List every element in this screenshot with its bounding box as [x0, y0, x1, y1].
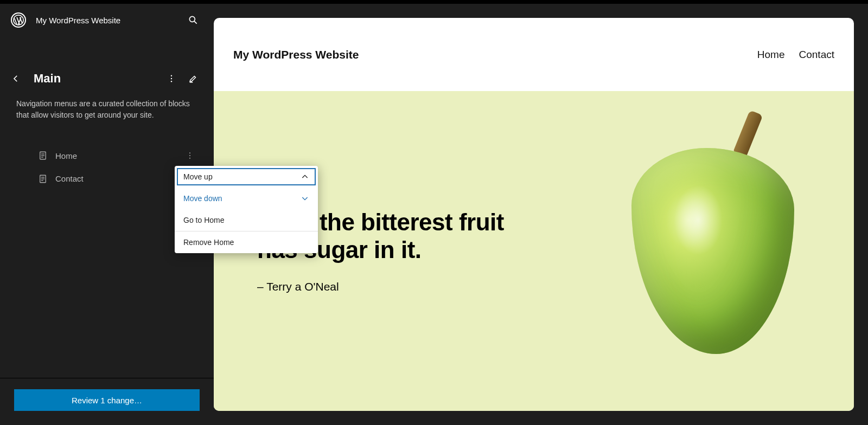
- svg-point-3: [171, 75, 172, 76]
- nav-item-label: Contact: [55, 174, 84, 183]
- dropdown-remove[interactable]: Remove Home: [175, 231, 318, 253]
- pencil-icon: [188, 74, 198, 83]
- page-icon: [38, 151, 48, 160]
- sidebar-topbar: My WordPress Website: [0, 4, 214, 36]
- review-changes-button[interactable]: Review 1 change…: [14, 389, 200, 411]
- nav-item-label: Home: [55, 151, 77, 160]
- edit-button[interactable]: [183, 69, 203, 88]
- site-nav-contact[interactable]: Contact: [799, 49, 834, 61]
- dropdown-label: Go to Home: [183, 216, 224, 224]
- chevron-up-icon: [301, 172, 309, 181]
- svg-point-12: [189, 155, 190, 156]
- pear-icon: [631, 148, 794, 354]
- page-icon: [38, 174, 48, 184]
- site-title[interactable]: My WordPress Website: [233, 48, 359, 61]
- dropdown-label: Move down: [183, 194, 222, 203]
- search-icon: [188, 15, 199, 25]
- nav-item-home[interactable]: Home: [0, 143, 214, 169]
- more-options-button[interactable]: [162, 69, 181, 88]
- site-name[interactable]: My WordPress Website: [36, 16, 120, 25]
- svg-line-2: [194, 21, 197, 24]
- site-nav-home[interactable]: Home: [757, 49, 785, 61]
- pear-stalk-icon: [733, 110, 763, 157]
- wordpress-logo-icon[interactable]: [11, 12, 26, 28]
- quote-citation: – Terry a O'Neal: [257, 280, 504, 293]
- site-nav: Home Contact: [757, 49, 834, 61]
- heading-actions: [162, 69, 203, 88]
- dropdown-move-down[interactable]: Move down: [175, 188, 318, 209]
- app-root: My WordPress Website Main Navigation men…: [0, 4, 868, 425]
- dropdown-label: Move up: [183, 172, 213, 181]
- more-vertical-icon: [167, 74, 176, 83]
- nav-item-actions[interactable]: [182, 148, 197, 163]
- panel-description: Navigation menus are a curated collectio…: [0, 88, 214, 121]
- sidebar-footer: Review 1 change…: [0, 378, 214, 425]
- chevron-down-icon: [301, 194, 309, 203]
- search-button[interactable]: [183, 10, 203, 30]
- sidebar-heading-row: Main: [0, 69, 214, 88]
- chevron-left-icon: [11, 74, 21, 83]
- svg-point-5: [171, 81, 172, 82]
- site-header: My WordPress Website Home Contact: [214, 18, 854, 91]
- svg-point-4: [171, 78, 172, 79]
- dropdown-move-up[interactable]: Move up: [175, 166, 318, 188]
- nav-item-dropdown: Move up Move down Go to Home Remove Home: [175, 166, 318, 253]
- panel-title: Main: [34, 72, 61, 86]
- sidebar-divider: [0, 378, 214, 378]
- hero-image: [631, 148, 794, 354]
- svg-point-11: [189, 152, 190, 153]
- more-vertical-icon: [186, 151, 194, 160]
- dropdown-go-to[interactable]: Go to Home: [175, 209, 318, 231]
- dropdown-label: Remove Home: [183, 238, 234, 247]
- svg-point-1: [189, 16, 195, 22]
- back-button[interactable]: [11, 74, 26, 83]
- svg-point-13: [189, 158, 190, 159]
